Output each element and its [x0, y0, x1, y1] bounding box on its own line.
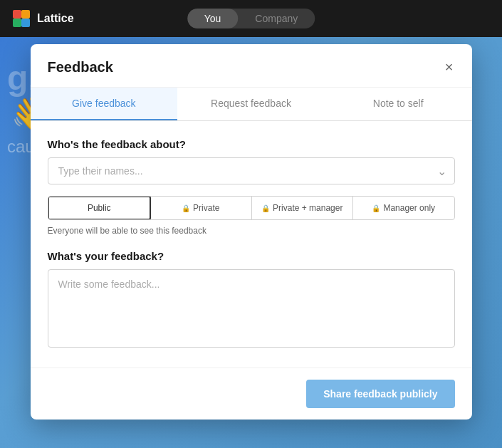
- private-manager-label: Private + manager: [273, 203, 342, 213]
- logo-area: Lattice: [11, 9, 74, 28]
- visibility-manager-only[interactable]: 🔒 Manager only: [353, 197, 454, 219]
- svg-rect-1: [21, 10, 30, 19]
- visibility-options: Public 🔒 Private 🔒 Private + manager 🔒 M…: [48, 196, 455, 220]
- visibility-private-manager[interactable]: 🔒 Private + manager: [252, 197, 354, 219]
- tab-give-feedback[interactable]: Give feedback: [31, 88, 178, 120]
- feedback-label: What's your feedback?: [48, 250, 455, 262]
- who-select-wrapper: Type their names... ⌄: [48, 157, 455, 184]
- lattice-logo-icon: [11, 9, 31, 28]
- lock-icon-2: 🔒: [261, 204, 270, 212]
- svg-rect-0: [13, 10, 21, 19]
- who-select[interactable]: Type their names...: [48, 157, 455, 184]
- public-label: Public: [88, 203, 111, 213]
- modal-body: Who's the feedback about? Type their nam…: [31, 121, 472, 368]
- submit-button[interactable]: Share feedback publicly: [306, 380, 454, 408]
- feedback-modal: Feedback × Give feedback Request feedbac…: [31, 44, 472, 420]
- visibility-public[interactable]: Public: [48, 196, 152, 220]
- you-tab[interactable]: You: [187, 9, 239, 28]
- logo-text: Lattice: [37, 12, 74, 25]
- who-label: Who's the feedback about?: [48, 138, 455, 150]
- company-tab[interactable]: Company: [238, 9, 315, 28]
- private-label: Private: [193, 203, 219, 213]
- manager-only-label: Manager only: [383, 203, 435, 213]
- tab-note-to-self[interactable]: Note to self: [325, 88, 472, 120]
- lock-icon-3: 🔒: [372, 204, 380, 212]
- top-nav: Lattice You Company: [0, 0, 502, 37]
- modal-tabs: Give feedback Request feedback Note to s…: [31, 88, 472, 121]
- tab-request-feedback[interactable]: Request feedback: [177, 88, 325, 120]
- svg-rect-2: [13, 19, 21, 27]
- visibility-private[interactable]: 🔒 Private: [150, 197, 252, 219]
- nav-toggle: You Company: [187, 9, 315, 28]
- modal-header: Feedback ×: [31, 44, 472, 88]
- svg-rect-3: [21, 19, 30, 27]
- lock-icon-1: 🔒: [182, 204, 190, 212]
- modal-footer: Share feedback publicly: [31, 368, 472, 420]
- modal-title: Feedback: [48, 59, 113, 75]
- feedback-textarea[interactable]: [48, 269, 455, 348]
- close-button[interactable]: ×: [444, 58, 455, 75]
- modal-overlay: Feedback × Give feedback Request feedbac…: [0, 37, 502, 448]
- visibility-hint: Everyone will be able to see this feedba…: [48, 226, 455, 236]
